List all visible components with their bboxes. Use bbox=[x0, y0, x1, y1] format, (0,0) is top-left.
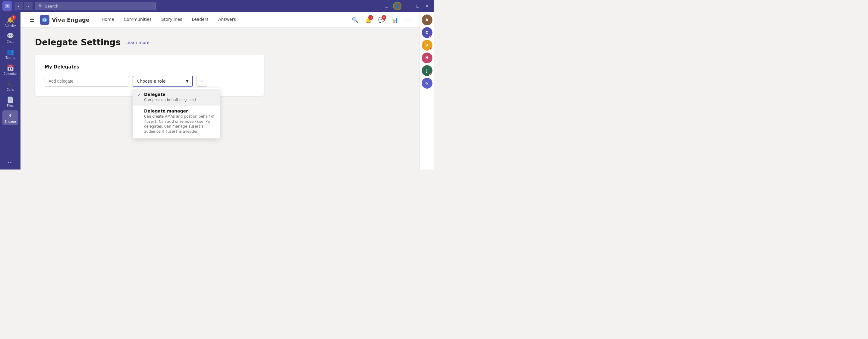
hamburger-menu[interactable]: ☰ bbox=[27, 15, 37, 25]
more-options-button[interactable]: ... bbox=[382, 2, 391, 10]
calls-label: Calls bbox=[7, 88, 14, 91]
titlebar-nav: ‹ › bbox=[14, 2, 33, 10]
search-icon: 🔍 bbox=[38, 4, 43, 8]
card-section-title: My Delegates bbox=[44, 64, 254, 70]
sidebar-bottom: ··· bbox=[2, 158, 18, 167]
message-badge: 5 bbox=[381, 15, 386, 20]
nav-links: Home Communities Storylines Leaders Answ… bbox=[97, 12, 241, 28]
dropdown-item-row-manager: ✓ Delegate manager Can create AMAs and p… bbox=[137, 109, 215, 134]
teams-label: Teams bbox=[5, 56, 15, 59]
titlebar: T ‹ › 🔍 Search ... 👤 ─ □ ✕ bbox=[0, 0, 434, 12]
dropdown-item-row-delegate: ✓ Delegate Can post on behalf of {user} bbox=[137, 92, 215, 103]
app-layout: 🔔 1 Activity 💬 Chat 👥 Teams 📅 Calendar 📞… bbox=[0, 12, 434, 169]
nav-link-storylines[interactable]: Storylines bbox=[156, 12, 187, 28]
svg-point-4 bbox=[44, 19, 45, 21]
page-title-row: Delegate Settings Learn more bbox=[35, 37, 405, 47]
files-label: Files bbox=[7, 104, 13, 107]
sidebar-item-activity[interactable]: 🔔 1 Activity bbox=[2, 15, 18, 29]
forward-button[interactable]: › bbox=[24, 2, 33, 10]
sidebar-item-engage[interactable]: ⚡ Engage bbox=[2, 110, 18, 125]
top-navigation: ☰ Viva Engage Home Communities Storyline… bbox=[21, 12, 420, 28]
add-delegate-button[interactable]: + bbox=[196, 76, 207, 87]
files-icon: 📄 bbox=[7, 96, 14, 104]
right-avatar-5[interactable]: J bbox=[422, 65, 433, 76]
nav-link-answers[interactable]: Answers bbox=[213, 12, 241, 28]
maximize-button[interactable]: □ bbox=[413, 2, 422, 10]
user-avatar[interactable]: 👤 bbox=[393, 2, 401, 10]
nav-link-communities[interactable]: Communities bbox=[119, 12, 157, 28]
chat-icon: 💬 bbox=[7, 32, 14, 39]
page-content: Delegate Settings Learn more My Delegate… bbox=[21, 28, 420, 169]
dropdown-item-delegate[interactable]: ✓ Delegate Can post on behalf of {user} bbox=[133, 89, 220, 106]
learn-more-link[interactable]: Learn more bbox=[125, 40, 150, 45]
calls-icon: 📞 bbox=[7, 80, 14, 87]
dropdown-item-content-delegate: Delegate Can post on behalf of {user} bbox=[144, 92, 196, 103]
titlebar-right: ... 👤 ─ □ ✕ bbox=[382, 2, 432, 10]
activity-label: Activity bbox=[4, 24, 16, 27]
dropdown-item-title-manager: Delegate manager bbox=[144, 109, 215, 113]
check-icon: ✓ bbox=[137, 92, 142, 97]
analytics-button[interactable]: 📊 bbox=[390, 15, 400, 25]
activity-badge: 1 bbox=[11, 15, 16, 20]
role-select-wrapper: Choose a role ▼ ✓ Delegate Can post o bbox=[133, 76, 193, 87]
svg-text:T: T bbox=[6, 4, 8, 8]
sidebar-item-chat[interactable]: 💬 Chat bbox=[2, 30, 18, 45]
role-select[interactable]: Choose a role ▼ bbox=[133, 76, 193, 87]
right-avatar-img-6: G bbox=[422, 78, 433, 89]
no-check-placeholder: ✓ bbox=[137, 109, 142, 114]
messages-button[interactable]: 💬 5 bbox=[376, 15, 387, 25]
more-actions-button[interactable]: ··· bbox=[403, 15, 413, 25]
dropdown-item-desc-delegate: Can post on behalf of {user} bbox=[144, 97, 196, 103]
app-logo: Viva Engage bbox=[40, 15, 90, 25]
delegate-row: Choose a role ▼ ✓ Delegate Can post o bbox=[44, 76, 254, 87]
teams-icon: 👥 bbox=[7, 48, 14, 56]
chat-label: Chat bbox=[7, 40, 13, 44]
delegates-card: My Delegates Choose a role ▼ ✓ bbox=[35, 55, 264, 96]
engage-icon: ⚡ bbox=[8, 112, 12, 119]
sidebar-more-button[interactable]: ··· bbox=[2, 158, 18, 167]
right-avatar-3[interactable]: D bbox=[422, 40, 433, 51]
main-area: ☰ Viva Engage Home Communities Storyline… bbox=[21, 12, 420, 169]
sidebar-item-calls[interactable]: 📞 Calls bbox=[2, 78, 18, 93]
nav-link-leaders[interactable]: Leaders bbox=[187, 12, 213, 28]
dropdown-item-title-delegate: Delegate bbox=[144, 92, 196, 97]
dropdown-item-desc-manager: Can create AMAs and post on behalf of {u… bbox=[144, 114, 215, 134]
back-button[interactable]: ‹ bbox=[14, 2, 23, 10]
search-placeholder-text: Search bbox=[45, 4, 59, 8]
topnav-right: 🔍 🔔 12 💬 5 📊 ··· bbox=[350, 15, 413, 25]
right-avatar-2[interactable]: C bbox=[422, 27, 433, 38]
viva-engage-logo-icon bbox=[40, 15, 50, 25]
role-dropdown-menu: ✓ Delegate Can post on behalf of {user} bbox=[133, 88, 220, 138]
close-button[interactable]: ✕ bbox=[423, 2, 432, 10]
right-panel: A C D H J G bbox=[420, 12, 434, 169]
sidebar-item-teams[interactable]: 👥 Teams bbox=[2, 47, 18, 61]
notification-badge: 12 bbox=[368, 15, 373, 20]
right-avatar-img-4: H bbox=[422, 53, 433, 63]
right-avatar-4[interactable]: H bbox=[422, 53, 433, 63]
avatar-badge-3 bbox=[430, 48, 433, 51]
engage-label: Engage bbox=[4, 120, 16, 123]
sidebar-item-calendar[interactable]: 📅 Calendar bbox=[2, 62, 18, 77]
notifications-button[interactable]: 🔔 12 bbox=[363, 15, 374, 25]
minimize-button[interactable]: ─ bbox=[404, 2, 412, 10]
calendar-icon: 📅 bbox=[7, 64, 14, 72]
nav-link-home[interactable]: Home bbox=[97, 12, 119, 28]
titlebar-search[interactable]: 🔍 Search bbox=[35, 2, 156, 10]
calendar-label: Calendar bbox=[4, 72, 17, 76]
chevron-down-icon: ▼ bbox=[186, 79, 189, 83]
right-avatar-6[interactable]: G bbox=[422, 78, 433, 89]
role-select-label: Choose a role bbox=[137, 79, 166, 84]
teams-sidebar: 🔔 1 Activity 💬 Chat 👥 Teams 📅 Calendar 📞… bbox=[0, 12, 21, 169]
avatar-badge-2 bbox=[430, 35, 433, 38]
add-delegate-input[interactable] bbox=[44, 76, 129, 87]
dropdown-item-content-manager: Delegate manager Can create AMAs and pos… bbox=[144, 109, 215, 134]
dropdown-item-delegate-manager[interactable]: ✓ Delegate manager Can create AMAs and p… bbox=[133, 106, 220, 137]
sidebar-item-files[interactable]: 📄 Files bbox=[2, 94, 18, 109]
search-button[interactable]: 🔍 bbox=[350, 15, 361, 25]
avatar-badge-5 bbox=[430, 73, 433, 76]
window-controls: ─ □ ✕ bbox=[404, 2, 432, 10]
app-name: Viva Engage bbox=[52, 17, 90, 23]
page-title: Delegate Settings bbox=[35, 37, 121, 47]
right-avatar-1[interactable]: A bbox=[422, 15, 433, 25]
activity-icon: 🔔 1 bbox=[7, 16, 14, 24]
